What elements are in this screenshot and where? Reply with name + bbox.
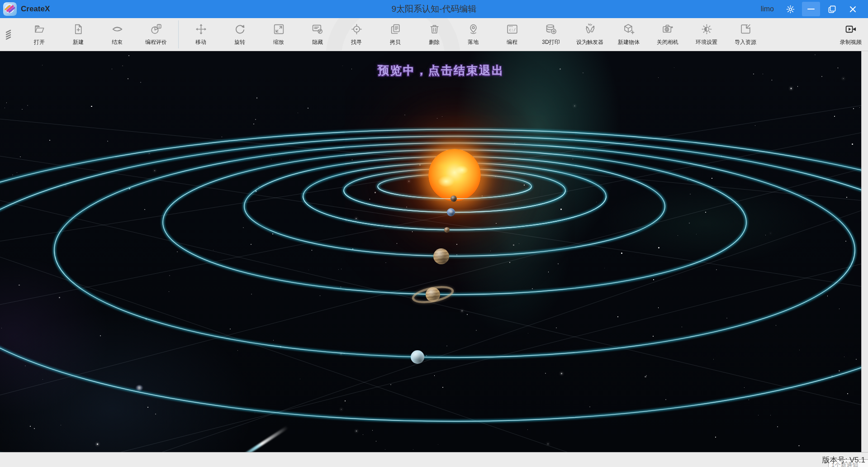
toolbar-button-land[interactable]: 落地 [454, 18, 493, 51]
toolbar-button-open-folder[interactable]: 打开 [20, 18, 59, 51]
land-icon [467, 23, 479, 37]
distant-galaxy [136, 385, 143, 391]
planet-saturn[interactable] [426, 287, 440, 302]
preview-banner: 预览中，点击结束退出 [378, 63, 504, 78]
toolbar-separator [178, 20, 179, 48]
planet-sun[interactable] [428, 149, 481, 201]
new-file-icon [72, 23, 85, 37]
copy-icon [389, 23, 402, 37]
toolbar-button-new-file[interactable]: 新建 [59, 18, 98, 51]
hide-icon [312, 23, 324, 37]
toolbar-label: 编程 [507, 38, 517, 46]
toolbar-label: 设为触发器 [576, 38, 603, 46]
toolbar-button-new-object[interactable]: 新建物体 [609, 18, 648, 51]
menu-button[interactable] [0, 21, 20, 48]
toolbar-button-hide[interactable]: 隐藏 [298, 18, 337, 51]
environment-icon [701, 23, 713, 37]
record-video-icon [845, 23, 857, 37]
import-icon [740, 23, 752, 37]
restore-button[interactable] [823, 2, 841, 16]
titlebar-controls: limo [761, 2, 862, 16]
move-icon [195, 23, 207, 37]
toolbar-label: 隐藏 [312, 38, 323, 46]
restore-icon [828, 5, 836, 14]
toolbar-button-copy[interactable]: 拷贝 [376, 18, 415, 51]
username-label: limo [761, 5, 774, 13]
toolbar-label: 环境设置 [696, 38, 717, 46]
code-icon: c:/ [506, 23, 518, 37]
toolbar-label: 编程评价 [145, 38, 167, 46]
menu-lines-icon [4, 29, 16, 40]
toolbar-button-rotate[interactable]: 旋转 [220, 18, 259, 51]
sun-texture [428, 149, 481, 201]
toolbar-button-environment[interactable]: 环境设置 [687, 18, 726, 51]
window-title: 9太阳系认知-代码编辑 [0, 3, 868, 15]
settings-button[interactable] [781, 2, 799, 16]
toolbar-items: 打开 新建 结束 编程评价 移动 旋转 缩放 隐藏 找寻 拷贝 删除 [20, 18, 765, 51]
close-icon [849, 5, 857, 14]
planet-jupiter[interactable] [433, 248, 449, 264]
toolbar-label: 打开 [34, 38, 45, 46]
toolbar-label: 导入资源 [735, 38, 756, 46]
scale-icon [273, 23, 285, 37]
toolbar-label: 缩放 [273, 38, 284, 46]
toolbar-button-scale[interactable]: 缩放 [259, 18, 298, 51]
app-window: CreateX 9太阳系认知-代码编辑 limo [0, 0, 868, 467]
toolbar-button-delete[interactable]: 删除 [415, 18, 454, 51]
scene-scrollbar[interactable] [861, 51, 868, 452]
camera-off-icon [662, 23, 674, 37]
titlebar: CreateX 9太阳系认知-代码编辑 limo [0, 0, 868, 18]
toolbar-button-trigger[interactable]: 设为触发器 [570, 18, 609, 51]
toolbar-button-move[interactable]: 移动 [181, 18, 220, 51]
record-video-button[interactable]: 录制视频 [840, 23, 862, 46]
toolbar-label: 拷贝 [390, 38, 401, 46]
toolbar-label: 新建物体 [618, 38, 640, 46]
statusbar: 1个新通知 版本号: V5.1 [0, 452, 868, 467]
toolbar-button-end[interactable]: 结束 [98, 18, 137, 51]
toolbar-label: 删除 [429, 38, 440, 46]
toolbar-label: 关闭相机 [657, 38, 678, 46]
end-icon [111, 23, 123, 37]
toolbar-label: 旋转 [234, 38, 245, 46]
app-name: CreateX [21, 5, 50, 14]
orbit-rings [0, 51, 868, 452]
toolbar-button-import[interactable]: 导入资源 [726, 18, 765, 51]
toolbar-label: 移动 [195, 38, 206, 46]
new-object-icon [623, 23, 635, 37]
toolbar-label: 落地 [468, 38, 479, 46]
planet-uranus[interactable] [411, 350, 424, 364]
planet-mars[interactable] [444, 227, 450, 233]
gear-icon [786, 5, 795, 14]
planet-earth[interactable] [447, 208, 455, 216]
toolbar-label: 新建 [73, 38, 84, 46]
scene-viewport[interactable]: 预览中，点击结束退出 [0, 51, 868, 452]
toolbar-button-code[interactable]: c:/ 编程 [493, 18, 531, 51]
toolbar-label: 3D打印 [542, 38, 560, 46]
planet-mercury[interactable] [451, 195, 457, 202]
minimize-button[interactable] [802, 2, 820, 16]
open-folder-icon [33, 23, 46, 37]
app-logo-icon [3, 2, 17, 16]
toolbar-button-find[interactable]: 找寻 [337, 18, 376, 51]
svg-text:c:/: c:/ [509, 28, 516, 32]
program-evaluate-icon [150, 23, 162, 37]
minimize-icon [807, 9, 815, 10]
version-label: 版本号: V5.1 [822, 455, 865, 465]
trigger-icon [584, 23, 596, 37]
toolbar-button-camera-off[interactable]: 关闭相机 [648, 18, 687, 51]
print3d-icon [545, 23, 557, 37]
rotate-icon [234, 23, 246, 37]
toolbar: 打开 新建 结束 编程评价 移动 旋转 缩放 隐藏 找寻 拷贝 删除 [0, 18, 868, 51]
toolbar-label: 结束 [112, 38, 123, 46]
toolbar-button-print3d[interactable]: 3D打印 [531, 18, 570, 51]
close-button[interactable] [844, 2, 862, 16]
find-icon [351, 23, 363, 37]
toolbar-button-program-evaluate[interactable]: 编程评价 [137, 18, 175, 51]
toolbar-label: 找寻 [351, 38, 362, 46]
delete-icon [428, 23, 441, 37]
